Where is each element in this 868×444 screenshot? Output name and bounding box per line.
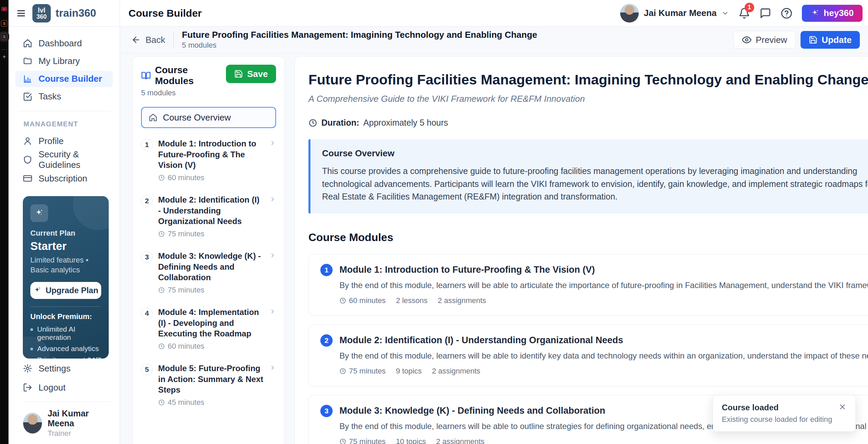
save-label: Save (247, 69, 268, 79)
sidebar-item-profile[interactable]: Profile (15, 133, 113, 149)
upgrade-plan-button[interactable]: Upgrade Plan (30, 282, 101, 299)
sidebar-footer: Settings Logout Jai Kumar Meena Trainer (9, 359, 120, 438)
module-number: 3 (141, 251, 153, 263)
unlock-premium-label: Unlock Premium: (30, 312, 101, 321)
upgrade-plan-label: Upgrade Plan (46, 286, 98, 295)
chevron-down-icon (721, 10, 729, 17)
module-title: Module 2: Identification (I) - Understan… (158, 194, 264, 227)
credit-card-icon (23, 174, 32, 183)
book-open-icon (141, 70, 151, 81)
sidebar-item-subscription[interactable]: Subscription (15, 170, 113, 187)
preview-button[interactable]: Preview (733, 31, 795, 49)
clock-icon (158, 343, 165, 350)
sidebar-item-label: My Library (39, 56, 80, 66)
duration-value: Approximately 5 hours (363, 118, 448, 128)
menu-icon[interactable] (16, 8, 26, 18)
module-card-1[interactable]: 1 Module 1: Introduction to Future-Proof… (308, 254, 868, 316)
sidebar-item-security[interactable]: Security & Guidelines (15, 150, 113, 169)
user-menu[interactable]: Jai Kumar Meena (620, 4, 729, 23)
update-button[interactable]: Update (801, 31, 860, 49)
sidebar-item-course-builder[interactable]: Course Builder (15, 71, 113, 87)
chevron-right-icon (269, 140, 276, 146)
arrow-left-icon (131, 35, 141, 45)
app-tab-icon-active[interactable]: S (1, 33, 7, 40)
module-meta: 75 minutes 9 topics 2 assignments (339, 367, 868, 376)
breadcrumb: Future Proofing Facilities Management: I… (182, 30, 537, 50)
sidebar-item-label: Dashboard (39, 38, 82, 49)
avatar (620, 4, 639, 23)
module-title: Module 1: Introduction to Future-Proofin… (339, 265, 868, 275)
notification-badge: 1 (745, 3, 754, 12)
youtube-tab-icon[interactable] (1, 7, 7, 11)
module-number: 1 (141, 139, 153, 150)
sidebar-item-dashboard[interactable]: Dashboard (15, 35, 113, 51)
new-tab-icon[interactable]: + (2, 54, 6, 60)
chevron-right-icon (269, 196, 276, 203)
sidebar-item-logout[interactable]: Logout (15, 378, 113, 397)
panel-module-item[interactable]: 1 Module 1: Introduction to Future-Proof… (141, 138, 276, 182)
save-button[interactable]: Save (226, 65, 276, 83)
module-card-2[interactable]: 2 Module 2: Identification (I) - Underst… (308, 324, 868, 386)
module-duration: 75 minutes (158, 229, 264, 238)
top-header: lvl 360 train360 Course Builder Jai Kuma… (9, 0, 868, 27)
help-circle-icon (781, 7, 792, 19)
clock-icon (339, 438, 346, 444)
chat-icon (760, 7, 771, 19)
panel-module-list: 1 Module 1: Introduction to Future-Proof… (141, 138, 276, 407)
module-number: 2 (141, 195, 153, 207)
plan-card: Current Plan Starter Limited features • … (23, 196, 109, 359)
course-meta: 5 modules (182, 41, 537, 50)
premium-bullet: Unlimited AI generation (30, 325, 101, 342)
close-icon[interactable] (838, 403, 847, 411)
sparkle-icon (33, 286, 42, 295)
hey360-button[interactable]: hey360 (802, 5, 863, 22)
overview-body: This course provides a comprehensive gui… (322, 165, 868, 203)
toast-notification: Course loaded Existing course loaded for… (713, 395, 856, 432)
module-number-badge: 1 (320, 264, 333, 276)
user-icon (23, 136, 32, 146)
panel-module-item[interactable]: 3 Module 3: Knowledge (K) - Defining Nee… (141, 251, 276, 295)
panel-module-item[interactable]: 5 Module 5: Future-Proofing in Action: S… (141, 363, 276, 407)
back-button[interactable]: Back (131, 35, 165, 45)
bar-chart-icon (23, 74, 32, 84)
module-meta: 75 minutes 10 topics 2 assignments (339, 437, 868, 444)
messages-button[interactable] (760, 7, 771, 19)
course-modules-panel: Course Modules 5 modules Save Course Ove… (133, 56, 285, 444)
module-duration: 60 minutes (158, 173, 264, 182)
home-icon (23, 38, 32, 48)
panel-title: Course Modules (155, 65, 226, 86)
module-title: Module 3: Knowledge (K) - Defining Needs… (158, 251, 264, 283)
toast-title: Course loaded (722, 403, 832, 412)
help-button[interactable] (781, 7, 792, 19)
notifications-button[interactable]: 1 (738, 7, 750, 19)
panel-module-item[interactable]: 4 Module 4: Implementation (I) - Develop… (141, 307, 276, 351)
module-description: By the end of this module, learners will… (339, 281, 868, 290)
shield-icon (23, 155, 32, 164)
sidebar-item-my-library[interactable]: My Library (15, 53, 113, 69)
module-lessons: 2 lessons (396, 296, 428, 305)
preview-label: Preview (756, 35, 787, 45)
avatar (23, 413, 42, 434)
clock-icon (158, 231, 165, 237)
user-role: Trainer (48, 429, 111, 438)
sidebar-user[interactable]: Jai Kumar Meena Trainer (23, 401, 111, 438)
chevron-right-icon (269, 308, 276, 315)
module-assignments: 2 assignments (438, 296, 486, 305)
sidebar-item-settings[interactable]: Settings (15, 359, 113, 378)
app-logo[interactable]: lvl 360 (32, 4, 51, 22)
sidebar-item-tasks[interactable]: Tasks (15, 89, 113, 105)
logo-line1: lvl (38, 7, 45, 14)
app-tab-icon[interactable]: S (1, 20, 7, 27)
course-overview-item[interactable]: Course Overview (141, 107, 276, 128)
module-description: By the end of this module, learners will… (339, 351, 868, 361)
home-icon (149, 113, 157, 122)
chevron-right-icon (269, 252, 276, 259)
sidebar-item-label: Security & Guidelines (39, 149, 105, 170)
module-assignments: 2 assignments (436, 437, 485, 444)
check-square-icon (23, 92, 32, 101)
panel-module-item[interactable]: 2 Module 2: Identification (I) - Underst… (141, 194, 276, 238)
course-header-bar: Back Future Proofing Facilities Manageme… (9, 27, 868, 53)
module-topics: 10 topics (396, 437, 426, 444)
user-name: Jai Kumar Meena (644, 8, 717, 18)
module-number: 5 (141, 364, 153, 375)
